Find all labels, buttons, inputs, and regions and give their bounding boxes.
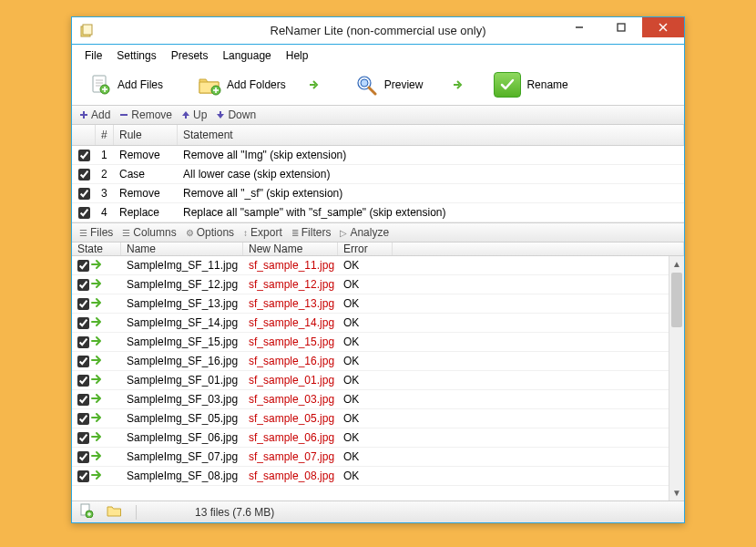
- col-header-error[interactable]: Error: [338, 243, 393, 255]
- rule-checkbox[interactable]: [78, 169, 90, 181]
- file-name: SampleImg_SF_15.jpg: [121, 335, 243, 348]
- files-list: SampleImg_SF_11.jpg sf_sample_11.jpg OK …: [72, 256, 669, 486]
- menu-presets[interactable]: Presets: [166, 47, 214, 64]
- file-row[interactable]: SampleImg_SF_07.jpg sf_sample_07.jpg OK: [72, 448, 669, 467]
- file-error: OK: [338, 335, 393, 348]
- columns-tab[interactable]: ☰Columns: [122, 226, 176, 239]
- file-checkbox[interactable]: [77, 279, 89, 291]
- arrow-right-icon: [91, 450, 104, 464]
- file-checkbox[interactable]: [77, 413, 89, 425]
- col-header-num[interactable]: #: [96, 125, 114, 145]
- rule-number: 1: [96, 149, 114, 161]
- move-rule-up-button[interactable]: Up: [181, 108, 207, 121]
- rule-number: 3: [96, 187, 114, 200]
- status-add-folder-icon[interactable]: [107, 503, 123, 521]
- file-name: SampleImg_SF_01.jpg: [121, 374, 243, 387]
- file-row[interactable]: SampleImg_SF_08.jpg sf_sample_08.jpg OK: [72, 467, 669, 486]
- file-row[interactable]: SampleImg_SF_16.jpg sf_sample_16.jpg OK: [72, 352, 669, 371]
- menu-file[interactable]: File: [79, 47, 107, 64]
- menu-help[interactable]: Help: [281, 47, 314, 64]
- menu-settings[interactable]: Settings: [111, 47, 161, 64]
- col-header-statement[interactable]: Statement: [178, 125, 684, 145]
- files-container: SampleImg_SF_11.jpg sf_sample_11.jpg OK …: [72, 256, 684, 501]
- add-files-label: Add Files: [117, 78, 163, 91]
- file-checkbox[interactable]: [77, 432, 89, 444]
- preview-button[interactable]: Preview: [350, 72, 429, 98]
- col-header-newname[interactable]: New Name: [243, 243, 338, 255]
- file-row[interactable]: SampleImg_SF_12.jpg sf_sample_12.jpg OK: [72, 275, 669, 294]
- scroll-down-arrow[interactable]: ▼: [669, 485, 684, 501]
- arrow-right-icon: [91, 470, 104, 483]
- add-files-button[interactable]: Add Files: [83, 72, 169, 98]
- file-row[interactable]: SampleImg_SF_06.jpg sf_sample_06.jpg OK: [72, 428, 669, 448]
- options-tab[interactable]: ⚙Options: [186, 226, 234, 239]
- scroll-thumb[interactable]: [671, 273, 682, 327]
- vertical-scrollbar[interactable]: ▲ ▼: [669, 256, 684, 501]
- file-checkbox[interactable]: [77, 394, 89, 406]
- window-controls: [558, 17, 684, 37]
- file-checkbox[interactable]: [77, 336, 89, 348]
- rule-row[interactable]: 3 Remove Remove all "_sf" (skip extensio…: [72, 184, 684, 203]
- file-name: SampleImg_SF_12.jpg: [121, 278, 243, 291]
- file-toolbar: ☰Files ☰Columns ⚙Options ↕Export ≣Filter…: [72, 222, 684, 243]
- file-row[interactable]: SampleImg_SF_13.jpg sf_sample_13.jpg OK: [72, 294, 669, 314]
- file-name: SampleImg_SF_05.jpg: [121, 412, 243, 425]
- status-text: 13 files (7.6 MB): [195, 506, 274, 519]
- file-row[interactable]: SampleImg_SF_05.jpg sf_sample_05.jpg OK: [72, 409, 669, 428]
- file-row[interactable]: SampleImg_SF_03.jpg sf_sample_03.jpg OK: [72, 390, 669, 409]
- rename-label: Rename: [526, 78, 567, 91]
- files-tab[interactable]: ☰Files: [79, 226, 113, 239]
- statusbar: 13 files (7.6 MB): [72, 501, 684, 522]
- svg-line-18: [369, 88, 375, 94]
- filters-tab[interactable]: ≣Filters: [291, 226, 332, 239]
- menu-language[interactable]: Language: [217, 47, 276, 64]
- add-rule-button[interactable]: Add: [79, 108, 110, 121]
- close-button[interactable]: [642, 17, 684, 37]
- arrow-right-icon: [91, 297, 104, 311]
- toolbar: Add Files Add Folders Preview Rename: [72, 67, 684, 105]
- file-name: SampleImg_SF_13.jpg: [121, 297, 243, 310]
- file-checkbox[interactable]: [77, 375, 89, 387]
- files-header: State Name New Name Error: [72, 243, 684, 256]
- file-row[interactable]: SampleImg_SF_01.jpg sf_sample_01.jpg OK: [72, 371, 669, 390]
- arrow-icon: [308, 78, 321, 91]
- file-checkbox[interactable]: [77, 451, 89, 463]
- col-header-rule[interactable]: Rule: [114, 125, 178, 145]
- rename-button[interactable]: Rename: [488, 70, 573, 99]
- file-checkbox[interactable]: [77, 356, 89, 367]
- file-error: OK: [338, 278, 393, 291]
- rule-checkbox[interactable]: [78, 188, 90, 200]
- rule-checkbox[interactable]: [78, 207, 90, 219]
- file-checkbox[interactable]: [77, 298, 89, 310]
- rule-row[interactable]: 4 Replace Replace all "sample" with "sf_…: [72, 203, 684, 222]
- file-checkbox[interactable]: [77, 260, 89, 272]
- remove-rule-button[interactable]: Remove: [119, 108, 172, 121]
- file-row[interactable]: SampleImg_SF_15.jpg sf_sample_15.jpg OK: [72, 333, 669, 352]
- folder-plus-icon: [198, 74, 221, 96]
- minimize-button[interactable]: [558, 17, 600, 37]
- file-checkbox[interactable]: [77, 317, 89, 329]
- arrow-right-icon: [91, 316, 104, 330]
- export-tab[interactable]: ↕Export: [243, 226, 282, 239]
- col-header-name[interactable]: Name: [121, 243, 243, 255]
- scroll-up-arrow[interactable]: ▲: [669, 256, 684, 272]
- move-rule-down-button[interactable]: Down: [216, 108, 256, 121]
- file-new-name: sf_sample_11.jpg: [243, 259, 338, 272]
- rules-list: 1 Remove Remove all "Img" (skip extensio…: [72, 146, 684, 222]
- file-new-name: sf_sample_14.jpg: [243, 316, 338, 329]
- file-new-name: sf_sample_06.jpg: [243, 431, 338, 444]
- add-folders-button[interactable]: Add Folders: [192, 72, 291, 98]
- rule-checkbox[interactable]: [78, 150, 90, 161]
- rule-row[interactable]: 2 Case All lower case (skip extension): [72, 165, 684, 184]
- file-new-name: sf_sample_01.jpg: [243, 374, 338, 387]
- file-checkbox[interactable]: [77, 470, 89, 482]
- col-header-state[interactable]: State: [72, 243, 121, 255]
- file-plus-icon: [88, 74, 112, 96]
- file-row[interactable]: SampleImg_SF_11.jpg sf_sample_11.jpg OK: [72, 256, 669, 275]
- maximize-button[interactable]: [600, 17, 642, 37]
- file-row[interactable]: SampleImg_SF_14.jpg sf_sample_14.jpg OK: [72, 314, 669, 333]
- status-add-file-icon[interactable]: [79, 503, 94, 521]
- analyze-tab[interactable]: ▷Analyze: [340, 226, 389, 239]
- rule-row[interactable]: 1 Remove Remove all "Img" (skip extensio…: [72, 146, 684, 165]
- file-error: OK: [338, 412, 393, 425]
